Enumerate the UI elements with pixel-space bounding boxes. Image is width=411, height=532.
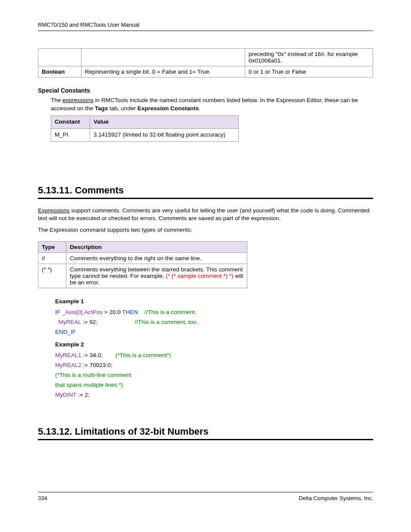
special-constants-intro: The expressions in RMCTools include the … xyxy=(51,96,373,142)
space xyxy=(55,319,59,325)
identifier: MyDINT xyxy=(55,392,76,398)
section-heading-comments: 5.13.11. Comments xyxy=(38,185,373,196)
table-row: M_PI 3.1415927 (limited to 32-bit floati… xyxy=(51,128,239,141)
th-description: Description xyxy=(66,242,247,253)
cell-desc: Representing a single bit. 0 = False and… xyxy=(81,66,245,78)
code-line: IF _Axis[0].ActPos > 20.0 THEN //This is… xyxy=(55,308,373,317)
text: tab, under xyxy=(108,105,137,112)
page-header: RMC70/150 and RMCTools User Manual xyxy=(38,22,373,31)
code-line: MyDINT := 2; xyxy=(55,390,373,400)
th-type: Type xyxy=(38,242,66,253)
table-row: Boolean Representing a single bit. 0 = F… xyxy=(38,66,373,78)
code-line: MyREAL1 := 34.0; (*This is a comment*) xyxy=(55,351,373,361)
code-line: MyREAL := 92; //This is a comment, too. xyxy=(55,317,373,327)
section-rule xyxy=(38,439,373,440)
comment: (*This is a multi-line comment xyxy=(55,372,131,378)
table-header-row: Constant Value xyxy=(51,115,239,128)
code-line: END_IF xyxy=(55,327,373,337)
table-row: // Comments everything to the right on t… xyxy=(38,253,247,264)
space xyxy=(97,319,134,325)
page-footer: 334 Delta Computer Systems, Inc. xyxy=(38,492,373,501)
text: . xyxy=(199,105,200,112)
text-bold: Tags xyxy=(95,105,108,112)
cell-hex-note: preceding "0x" instead of 16#, for examp… xyxy=(245,49,373,66)
link-expressions[interactable]: Expressions xyxy=(38,207,70,214)
text-bold: Expression Constants xyxy=(137,105,199,112)
error-example: (* (* sample comment *) *) xyxy=(166,273,234,279)
space xyxy=(103,352,115,358)
keyword: THEN xyxy=(122,309,138,315)
cell-const-value: 3.1415927 (limited to 32-bit floating po… xyxy=(90,128,239,141)
th-value: Value xyxy=(90,115,239,128)
identifier: _Axis[0].ActPos xyxy=(60,309,103,315)
company-name: Delta Computer Systems, Inc. xyxy=(299,495,373,501)
page-number: 334 xyxy=(38,495,47,501)
cell-desc: Comments everything between the starred … xyxy=(66,264,247,288)
code-line: that spans multiple lines *) xyxy=(55,380,373,390)
identifier: MyREAL2 xyxy=(55,362,81,368)
example-2-label: Example 2 xyxy=(55,340,373,350)
space xyxy=(138,309,144,315)
comments-paragraph-1: Expressions support comments. Comments a… xyxy=(38,207,373,223)
code-line: (*This is a multi-line comment xyxy=(55,370,373,380)
comment: (*This is a comment*) xyxy=(115,352,171,358)
section-rule xyxy=(38,198,373,199)
cell-type: Boolean xyxy=(38,66,81,78)
comment-types-table: Type Description // Comments everything … xyxy=(38,241,247,288)
cell-type: // xyxy=(38,253,66,264)
code-line: MyREAL2 := 70023.0; xyxy=(55,361,373,370)
identifier: MyREAL xyxy=(59,319,81,325)
table-header-row: Type Description xyxy=(38,242,247,253)
section-heading-limitations: 5.13.12. Limitations of 32-bit Numbers xyxy=(38,426,373,437)
identifier: MyREAL1 xyxy=(55,352,81,358)
keyword: END_IF xyxy=(55,329,76,335)
cell-type: (* *) xyxy=(38,264,66,288)
th-constant: Constant xyxy=(51,115,90,128)
keyword: IF xyxy=(55,309,60,315)
table-row: (* *) Comments everything between the st… xyxy=(38,264,247,288)
text: The xyxy=(51,97,62,103)
link-expressions[interactable]: expressions xyxy=(62,97,93,103)
comments-paragraph-2: The Expression command supports two type… xyxy=(38,226,373,234)
text: := 92; xyxy=(81,319,97,325)
cell-empty xyxy=(38,49,81,66)
text: support comments. Comments are very usef… xyxy=(38,207,370,222)
text: := 70023.0; xyxy=(81,362,112,368)
cell-empty xyxy=(81,49,245,66)
comment: //This is a comment, too. xyxy=(134,319,198,325)
cell-const-name: M_PI xyxy=(51,128,90,141)
subheading-special-constants: Special Constants xyxy=(38,87,373,94)
comment: that spans multiple lines *) xyxy=(55,382,123,388)
constants-table: Constant Value M_PI 3.1415927 (limited t… xyxy=(51,115,239,142)
example-1-label: Example 1 xyxy=(55,297,373,307)
cell-values: 0 or 1 or True or False xyxy=(245,66,373,78)
code-examples: Example 1 IF _Axis[0].ActPos > 20.0 THEN… xyxy=(55,297,373,400)
data-types-table-fragment: preceding "0x" instead of 16#, for examp… xyxy=(38,48,373,78)
text: := 2; xyxy=(76,392,89,398)
text: > 20.0 xyxy=(103,309,122,315)
comment: //This is a comment. xyxy=(144,309,196,315)
cell-desc: Comments everything to the right on the … xyxy=(66,253,247,264)
table-row: preceding "0x" instead of 16#, for examp… xyxy=(38,49,373,66)
text: := 34.0; xyxy=(81,352,103,358)
